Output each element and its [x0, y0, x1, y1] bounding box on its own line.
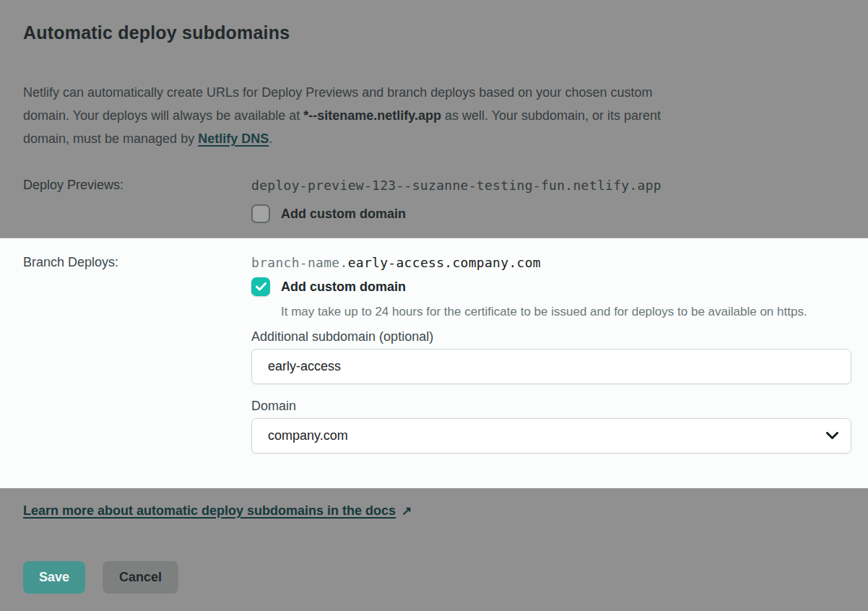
custom-domain-checkbox-checked[interactable]	[251, 277, 270, 296]
save-button[interactable]: Save	[23, 561, 85, 594]
cancel-button[interactable]: Cancel	[103, 561, 178, 594]
settings-panel-bottom: Learn more about automatic deploy subdom…	[0, 488, 868, 611]
branch-custom-domain-checkbox-row[interactable]: Add custom domain	[251, 277, 851, 296]
custom-domain-checkbox-unchecked[interactable]	[251, 204, 270, 223]
deploy-previews-custom-domain-checkbox-row[interactable]: Add custom domain	[251, 204, 845, 223]
intro-text-3: .	[269, 131, 272, 146]
certificate-help-text: It may take up to 24 hours for the certi…	[281, 302, 851, 322]
deploy-preview-url: deploy-preview-123--suzanne-testing-fun.…	[251, 176, 845, 194]
branch-deploy-url: branch-name.early-access.company.com	[251, 254, 851, 272]
deploy-previews-row: Deploy Previews: deploy-preview-123--suz…	[23, 176, 845, 223]
custom-domain-checkbox-label: Add custom domain	[281, 207, 406, 222]
chevron-down-icon	[826, 432, 838, 440]
settings-panel-top: Automatic deploy subdomains Netlify can …	[0, 0, 868, 238]
deploy-previews-label: Deploy Previews:	[23, 176, 251, 223]
branch-deploys-label: Branch Deploys:	[23, 254, 251, 454]
wildcard-domain-text: *--sitename.netlify.app	[303, 108, 441, 123]
subdomain-input[interactable]	[251, 349, 851, 384]
custom-domain-checkbox-label: Add custom domain	[281, 280, 406, 295]
learn-more-link[interactable]: Learn more about automatic deploy subdom…	[23, 502, 412, 520]
branch-url-custom: early-access.company.com	[348, 255, 541, 270]
external-link-arrow-icon: ↗	[402, 504, 412, 518]
branch-url-prefix: branch-name.	[251, 255, 348, 270]
branch-deploys-section: Branch Deploys: branch-name.early-access…	[0, 238, 868, 488]
netlify-dns-link[interactable]: Netlify DNS	[198, 131, 269, 146]
action-buttons-row: Save Cancel	[23, 561, 845, 594]
learn-more-link-text: Learn more about automatic deploy subdom…	[23, 503, 396, 518]
intro-paragraph: Netlify can automatically create URLs fo…	[23, 81, 698, 150]
domain-select[interactable]: company.com	[251, 418, 851, 454]
branch-deploys-row: Branch Deploys: branch-name.early-access…	[23, 254, 851, 454]
page-title: Automatic deploy subdomains	[23, 22, 845, 43]
domain-select-value: company.com	[268, 428, 348, 443]
domain-field-label: Domain	[251, 399, 851, 414]
checkmark-icon	[256, 282, 266, 291]
deploy-previews-value: deploy-preview-123--suzanne-testing-fun.…	[251, 176, 845, 223]
branch-deploys-value: branch-name.early-access.company.com Add…	[251, 254, 851, 454]
subdomain-field-label: Additional subdomain (optional)	[251, 329, 851, 344]
